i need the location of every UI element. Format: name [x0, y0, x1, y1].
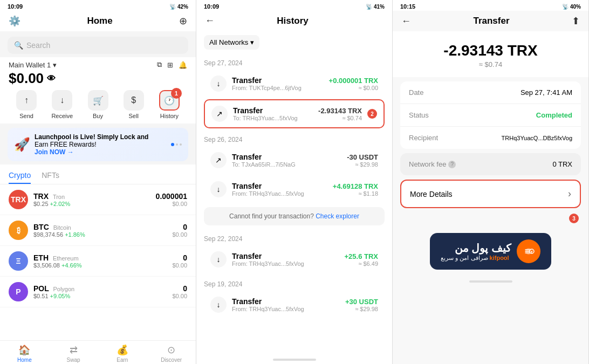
more-details-chevron: › — [568, 188, 571, 200]
promo-text: Launchpool is Live! Simply Lock and Earn… — [35, 133, 148, 156]
svg-text:€: € — [531, 250, 533, 255]
search-bar[interactable]: 🔍 Search — [8, 37, 188, 54]
wallet-header: Main Wallet 1 ▾ ⧉ ⊞ 🔔 $0.00 👁 ↑ Send ↓ R… — [0, 57, 196, 123]
eye-icon[interactable]: 👁 — [47, 74, 56, 84]
asset-btc[interactable]: ₿ BTC Bitcoin $98,374.56 +1.86% 0 $0.00 — [0, 215, 196, 246]
date-sep26: Sep 26, 2024 — [204, 131, 385, 147]
bell-icon[interactable]: 🔔 — [179, 61, 187, 69]
history-action[interactable]: 🕐 1 History — [152, 90, 187, 119]
search-placeholder: Search — [26, 41, 50, 50]
tx6-usd: ≈ $29.98 — [345, 306, 378, 312]
tx6-amount: +30 USDT — [345, 298, 378, 306]
tx-item-4[interactable]: ↓ Transfer From: TRHq3Yuac...5fxVog +4.6… — [204, 176, 385, 203]
nav-swap[interactable]: ⇄ Swap — [49, 344, 98, 363]
eth-usd: $0.00 — [172, 262, 187, 269]
tx5-amount: +25.6 TRX — [344, 252, 378, 260]
highlight-badge-2: 2 — [367, 109, 377, 119]
btc-amount: 0 — [172, 223, 187, 231]
tab-crypto[interactable]: Crypto — [9, 168, 31, 184]
tx-item-5[interactable]: ↓ Transfer From: TRHq3Yuac...5fxVog +25.… — [204, 246, 385, 273]
fee-section: Network fee ? 0 TRX — [400, 153, 581, 175]
time-history: 10:09 — [204, 3, 219, 10]
tx2-usd: ≈ $0.74 — [318, 115, 362, 121]
tx2-subtitle: To: TRHq3Yuac...5fxVog — [233, 115, 313, 121]
more-details-button[interactable]: More Details › — [400, 180, 581, 208]
history-back-icon[interactable]: ← — [205, 15, 215, 26]
tx-item-1[interactable]: ↓ Transfer From: TUKTcp4pe...6jtVog +0.0… — [204, 70, 385, 97]
pol-usd: $0.00 — [172, 293, 187, 299]
tx6-title: Transfer — [232, 297, 340, 306]
promo-emoji: 🚀 — [14, 137, 30, 152]
status-value: Completed — [536, 111, 572, 119]
trx-name: TRX Tron — [33, 192, 150, 201]
receive-label: Receive — [51, 113, 73, 119]
asset-pol[interactable]: P POL Polygon $0.51 +9.05% 0 $0.00 — [0, 277, 196, 307]
nav-discover[interactable]: ⊙ Discover — [147, 344, 196, 363]
history-list: Sep 27, 2024 ↓ Transfer From: TUKTcp4pe.… — [196, 54, 392, 356]
status-bar-history: 10:09 📡 41% — [196, 0, 392, 11]
tx4-title: Transfer — [232, 182, 327, 190]
nav-home[interactable]: 🏠 Home — [0, 344, 49, 363]
trx-usd: $0.00 — [156, 201, 187, 207]
tx-item-2[interactable]: ↗ Transfer To: TRHq3Yuac...5fxVog -2.931… — [204, 99, 385, 128]
send-action[interactable]: ↑ Send — [9, 90, 44, 119]
bottom-line-2 — [273, 359, 316, 361]
network-dropdown[interactable]: All Networks ▾ — [204, 35, 259, 50]
trx-amount: 0.000001 — [156, 192, 187, 201]
tx3-title: Transfer — [232, 153, 341, 161]
eth-icon: Ξ — [9, 251, 28, 271]
grid-icon[interactable]: ⊞ — [167, 61, 173, 69]
home-panel: 10:09 📡 42% ⚙️ Home ⊕ 🔍 Search Main Wall… — [0, 0, 196, 364]
discover-nav-icon: ⊙ — [167, 344, 175, 356]
share-icon[interactable]: ⬆ — [572, 15, 580, 27]
nav-earn[interactable]: 💰 Earn — [98, 344, 147, 363]
pol-amount: 0 — [172, 284, 187, 293]
check-explorer-link[interactable]: Check explorer — [316, 212, 359, 220]
tx4-subtitle: From: TRHq3Yuac...5fxVog — [232, 190, 327, 197]
recipient-label: Recipient — [409, 134, 438, 142]
wallet-dropdown-icon[interactable]: ▾ — [53, 61, 57, 69]
pol-name: POL Polygon — [33, 284, 167, 293]
btc-usd: $0.00 — [172, 231, 187, 238]
home-title: Home — [87, 16, 112, 26]
wallet-name: Main Wallet 1 — [9, 61, 51, 69]
scan-icon[interactable]: ⊕ — [179, 15, 187, 27]
asset-trx[interactable]: TRX TRX Tron $0.25 +2.02% 0.000001 $0.00 — [0, 184, 196, 215]
tx-item-6[interactable]: ↓ Transfer From: TRHq3Yuac...5fxVog +30 … — [204, 291, 385, 318]
tx1-arrow-icon: ↓ — [210, 75, 227, 92]
asset-eth[interactable]: Ξ ETH Ethereum $3,506.08 +4.66% 0 $0.00 — [0, 246, 196, 277]
send-icon: ↑ — [16, 90, 37, 111]
date-sep27: Sep 27, 2024 — [204, 54, 385, 70]
tx1-amount: +0.000001 TRX — [329, 77, 378, 85]
history-badge: 1 — [171, 88, 182, 99]
transfer-usd: ≈ $0.74 — [401, 60, 580, 68]
tx5-title: Transfer — [232, 252, 339, 260]
receive-action[interactable]: ↓ Receive — [44, 90, 80, 119]
transfer-back-icon[interactable]: ← — [401, 16, 411, 27]
history-title: History — [277, 16, 309, 26]
tab-nfts[interactable]: NFTs — [42, 168, 59, 184]
status-icons-home: 📡 42% — [169, 4, 188, 10]
transfer-amount-section: -2.93143 TRX ≈ $0.74 — [393, 31, 588, 77]
date-label: Date — [409, 88, 423, 97]
sell-action[interactable]: $ Sell — [116, 90, 152, 119]
tx2-arrow-icon: ↗ — [211, 106, 228, 122]
tx5-subtitle: From: TRHq3Yuac...5fxVog — [232, 260, 339, 267]
trx-icon: TRX — [9, 190, 28, 209]
status-label: Status — [409, 111, 429, 119]
highlight-badge-3: 3 — [569, 214, 579, 223]
settings-icon[interactable]: ⚙️ — [9, 15, 20, 27]
recipient-value: TRHq3YuacQ...DBz5fxVog — [502, 135, 572, 141]
copy-icon[interactable]: ⧉ — [157, 60, 162, 69]
buy-action[interactable]: 🛒 Buy — [80, 90, 115, 119]
tx-item-3[interactable]: ↗ Transfer To: TJxAa65iR...7i5NaG -30 US… — [204, 147, 385, 174]
history-icon: 🕐 1 — [159, 90, 180, 111]
btc-price: $98,374.56 +1.86% — [33, 231, 167, 238]
transfer-nav-bar: ← Transfer ⬆ — [393, 11, 588, 31]
asset-tabs: Crypto NFTs — [0, 164, 196, 184]
trx-price: $0.25 +2.02% — [33, 201, 150, 207]
sell-icon: $ — [124, 90, 144, 111]
detail-card: Date Sep 27, 7:41 AM Status Completed Re… — [400, 81, 581, 149]
tx1-usd: ≈ $0.00 — [329, 85, 378, 91]
promo-cta[interactable]: Join NOW → — [35, 148, 74, 156]
